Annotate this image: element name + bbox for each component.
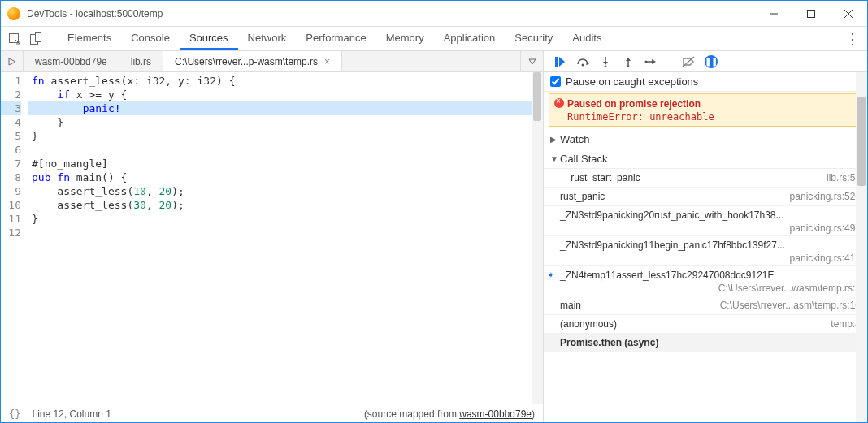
- line-gutter: 123456789101112: [1, 72, 28, 404]
- svg-point-11: [582, 63, 584, 66]
- callstack-list: __rust_start_paniclib.rs:54rust_panicpan…: [544, 169, 867, 352]
- source-map-link[interactable]: wasm-00bbd79e: [459, 408, 532, 420]
- svg-point-21: [645, 60, 648, 63]
- svg-marker-17: [626, 58, 631, 61]
- frame-name: (anonymous): [560, 318, 617, 330]
- code-line[interactable]: #[no_mangle]: [32, 157, 543, 170]
- frame-location: panicking.rs:526: [790, 191, 861, 202]
- panel-tab-memory[interactable]: Memory: [376, 28, 434, 50]
- overflow-menu-icon[interactable]: ⋮: [841, 30, 864, 48]
- callstack-frame[interactable]: _ZN4temp11assert_less17hc29247008ddc9121…: [544, 266, 867, 296]
- more-tabs-icon[interactable]: [520, 51, 543, 71]
- pause-icon: ❚❚: [705, 55, 718, 68]
- inspect-element-icon[interactable]: [4, 28, 25, 50]
- close-button[interactable]: [830, 2, 867, 26]
- close-tab-icon[interactable]: ×: [324, 56, 330, 67]
- code-line[interactable]: [32, 226, 543, 240]
- window-titlebar: DevTools - localhost:5000/temp: [1, 1, 867, 27]
- code-line[interactable]: assert_less(10, 20);: [32, 184, 543, 198]
- toggle-device-icon[interactable]: [25, 28, 46, 50]
- callstack-frame[interactable]: (anonymous)temp:4: [544, 315, 867, 334]
- step-over-button[interactable]: [575, 54, 591, 70]
- code-area[interactable]: fn assert_less(x: i32, y: i32) { if x >=…: [28, 72, 543, 404]
- svg-marker-20: [652, 59, 656, 64]
- resume-button[interactable]: [552, 54, 568, 70]
- file-tabs-bar: wasm-00bbd79elib.rsC:\Users\rrever...p-w…: [1, 51, 543, 72]
- panel-tabs: ElementsConsoleSourcesNetworkPerformance…: [58, 28, 841, 50]
- panel-tab-security[interactable]: Security: [505, 28, 562, 50]
- panel-tab-sources[interactable]: Sources: [180, 28, 238, 50]
- source-mapped-label: (source mapped from wasm-00bbd79e): [364, 408, 535, 420]
- panel-tab-application[interactable]: Application: [434, 28, 506, 50]
- editor-statusbar: {} Line 12, Column 1 (source mapped from…: [1, 404, 543, 423]
- expand-icon: ▶: [550, 135, 560, 144]
- code-editor[interactable]: 123456789101112 fn assert_less(x: i32, y…: [1, 72, 543, 404]
- svg-marker-8: [529, 59, 536, 64]
- watch-label: Watch: [560, 133, 589, 145]
- svg-point-15: [605, 65, 607, 67]
- code-line[interactable]: [32, 143, 543, 157]
- code-line[interactable]: pub fn main() {: [32, 170, 543, 184]
- devtools-icon: [7, 7, 20, 20]
- debugger-scrollbar[interactable]: [856, 72, 867, 423]
- step-button[interactable]: [643, 54, 659, 70]
- editor-scrollbar[interactable]: [532, 72, 543, 404]
- callstack-frame[interactable]: _ZN3std9panicking20rust_panic_with_hook1…: [544, 206, 867, 236]
- code-line[interactable]: fn assert_less(x: i32, y: i32) {: [32, 74, 543, 88]
- callstack-frame[interactable]: __rust_start_paniclib.rs:54: [544, 169, 867, 188]
- frame-location: panicking.rs:411: [560, 253, 861, 264]
- watch-section-header[interactable]: ▶ Watch: [544, 130, 867, 149]
- panel-tab-performance[interactable]: Performance: [296, 28, 375, 50]
- frame-name: __rust_start_panic: [560, 172, 640, 183]
- step-out-button[interactable]: [620, 54, 636, 70]
- brackets-icon[interactable]: {}: [9, 408, 20, 420]
- code-line[interactable]: }: [32, 212, 543, 226]
- file-tab-label: wasm-00bbd79e: [35, 56, 107, 67]
- file-tab-label: lib.rs: [131, 56, 151, 67]
- sources-panel: wasm-00bbd79elib.rsC:\Users\rrever...p-w…: [1, 51, 544, 423]
- panel-tab-network[interactable]: Network: [238, 28, 297, 50]
- callstack-frame[interactable]: rust_panicpanicking.rs:526: [544, 188, 867, 206]
- code-line[interactable]: }: [32, 115, 543, 129]
- frame-location: C:\Users\rrever...asm\temp.rs:10: [720, 300, 861, 311]
- pause-on-exceptions-button[interactable]: ❚❚: [703, 54, 719, 70]
- pause-on-caught-checkbox[interactable]: [550, 76, 561, 87]
- cursor-position: Line 12, Column 1: [32, 408, 111, 420]
- main-area: wasm-00bbd79elib.rsC:\Users\rrever...p-w…: [1, 51, 867, 423]
- panel-tab-console[interactable]: Console: [121, 28, 180, 50]
- close-icon: [844, 10, 853, 18]
- debugger-toolbar: ❚❚: [544, 51, 867, 72]
- minimize-button[interactable]: [755, 2, 792, 26]
- pause-on-caught-label: Pause on caught exceptions: [566, 76, 698, 88]
- svg-rect-1: [808, 10, 815, 17]
- panel-tab-elements[interactable]: Elements: [58, 28, 121, 50]
- frame-location: panicking.rs:497: [560, 222, 861, 234]
- pause-on-caught-row[interactable]: Pause on caught exceptions: [544, 72, 867, 92]
- maximize-button[interactable]: [792, 2, 830, 26]
- frame-name: _ZN3std9panicking11begin_panic17hf8bbc13…: [560, 240, 785, 251]
- callstack-section-header[interactable]: ▼ Call Stack: [544, 149, 867, 169]
- show-navigator-icon[interactable]: [1, 51, 24, 71]
- file-tab[interactable]: C:\Users\rrever...p-wasm\temp.rs×: [163, 51, 342, 71]
- file-tab[interactable]: lib.rs: [119, 51, 163, 71]
- scrollbar-thumb[interactable]: [857, 97, 866, 186]
- frame-name: main: [560, 300, 581, 311]
- code-line[interactable]: if x >= y {: [32, 88, 543, 101]
- frame-name: rust_panic: [560, 191, 605, 202]
- deactivate-breakpoints-button[interactable]: [680, 54, 697, 70]
- code-line[interactable]: assert_less(30, 20);: [32, 198, 543, 212]
- paused-error: RuntimeError: unreachable: [567, 111, 857, 123]
- maximize-icon: [807, 10, 815, 18]
- file-tab[interactable]: wasm-00bbd79e: [24, 51, 119, 71]
- svg-marker-7: [9, 58, 15, 65]
- callstack-frame[interactable]: mainC:\Users\rrever...asm\temp.rs:10: [544, 296, 867, 315]
- paused-status-box: Paused on promise rejection RuntimeError…: [549, 93, 862, 127]
- step-into-button[interactable]: [597, 54, 614, 70]
- panel-tab-audits[interactable]: Audits: [562, 28, 611, 50]
- svg-point-18: [627, 65, 630, 67]
- scrollbar-thumb[interactable]: [533, 72, 541, 121]
- code-line[interactable]: }: [32, 129, 543, 143]
- minimize-icon: [770, 10, 778, 18]
- svg-marker-10: [559, 57, 565, 67]
- callstack-frame[interactable]: _ZN3std9panicking11begin_panic17hf8bbc13…: [544, 236, 867, 266]
